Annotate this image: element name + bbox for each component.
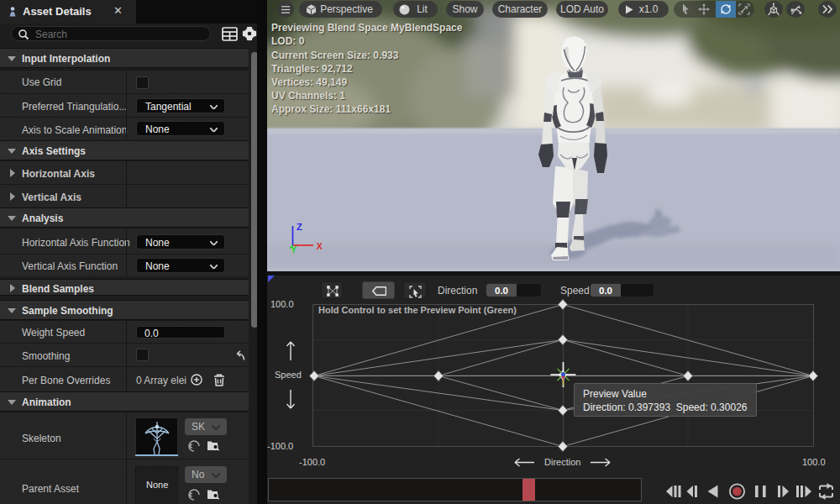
svg-text:Z: Z — [297, 222, 302, 232]
svg-text:Y: Y — [291, 244, 297, 255]
svg-text:X: X — [317, 241, 323, 251]
